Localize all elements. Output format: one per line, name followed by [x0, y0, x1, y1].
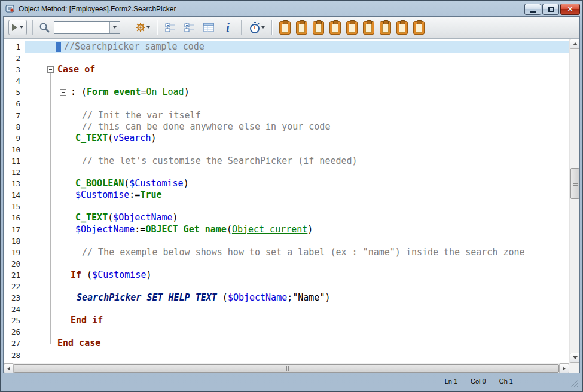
line-number: 26: [4, 326, 25, 338]
status-character: Ch 1: [499, 378, 513, 385]
code-line-18[interactable]: [25, 235, 569, 247]
magnifier-icon: [38, 22, 50, 33]
fold-toggle-icon[interactable]: [47, 66, 54, 73]
code-line-22[interactable]: [25, 281, 569, 292]
clipboard-icon: [380, 21, 391, 35]
clipboard-2-button[interactable]: [295, 19, 308, 36]
app-icon: [5, 4, 15, 14]
clipboard-8-button[interactable]: [396, 19, 408, 36]
code-line-4[interactable]: [25, 75, 569, 87]
chevron-down-icon: [146, 26, 150, 29]
line-number: 27: [4, 338, 25, 349]
line-number: 17: [4, 224, 25, 235]
collapse-all-button[interactable]: [163, 19, 178, 36]
clipboard-4-button[interactable]: [329, 19, 341, 36]
clipboard-3-button[interactable]: [312, 19, 325, 36]
code-line-24[interactable]: [25, 304, 569, 315]
fold-toggle-icon[interactable]: [60, 272, 66, 278]
selection-block: [56, 42, 61, 52]
line-number: 23: [4, 292, 25, 304]
code-line-17[interactable]: $ObjectName:=OBJECT Get name(Object curr…: [25, 224, 569, 235]
close-button[interactable]: ✕: [560, 4, 580, 15]
code-line-19[interactable]: // The exemple below shows how to set a …: [25, 247, 569, 258]
code-line-28[interactable]: [25, 350, 569, 361]
line-number: 21: [4, 270, 25, 281]
line-number: 2: [4, 53, 25, 64]
code-line-15[interactable]: [25, 201, 569, 212]
search-dropdown-button[interactable]: [109, 22, 120, 33]
scroll-down-button[interactable]: [570, 353, 579, 363]
horizontal-scrollbar[interactable]: [4, 363, 569, 373]
line-number: 13: [4, 178, 25, 189]
collapse-blocks-icon: [164, 22, 176, 33]
code-line-14[interactable]: $Customise:=True: [25, 189, 569, 201]
expand-blocks-icon: [184, 22, 196, 33]
line-number: 6: [4, 98, 25, 109]
line-number: 3: [4, 64, 25, 75]
clipboard-icon: [279, 21, 291, 35]
line-number-gutter: 1234567891011121314151617181920212223242…: [4, 39, 25, 363]
vertical-scrollbar[interactable]: [569, 39, 579, 363]
code-line-7[interactable]: // Init the var itself: [25, 110, 569, 121]
horizontal-scroll-thumb[interactable]: [14, 364, 559, 373]
toolbar: i: [4, 17, 579, 39]
code-line-27[interactable]: End case: [25, 338, 569, 349]
clipboard-icon: [346, 21, 358, 35]
method-info-button[interactable]: i: [220, 19, 236, 36]
method-options-button[interactable]: [133, 19, 151, 36]
line-number: 8: [4, 121, 25, 133]
client-area: i 123456789101112131415161718192021: [3, 16, 580, 373]
code-content[interactable]: //Searchpicker sample codeCase of: (Form…: [25, 39, 569, 363]
maximize-icon: [548, 7, 554, 12]
vertical-scroll-thumb[interactable]: [570, 168, 579, 199]
code-line-16[interactable]: C_TEXT($ObjectName): [25, 212, 569, 223]
scroll-right-button[interactable]: [559, 363, 569, 373]
line-number: 25: [4, 315, 25, 326]
minimize-icon: [530, 11, 536, 13]
clipboard-icon: [329, 21, 341, 35]
search-input[interactable]: [54, 22, 109, 33]
clipboard-5-button[interactable]: [346, 19, 358, 36]
chevron-down-icon: [261, 26, 265, 29]
line-number: 5: [4, 87, 25, 98]
scroll-left-button[interactable]: [4, 363, 14, 373]
code-line-25[interactable]: End if: [25, 315, 569, 326]
code-line-12[interactable]: [25, 167, 569, 178]
code-line-26[interactable]: [25, 326, 569, 338]
code-line-2[interactable]: [25, 53, 569, 64]
code-line-8[interactable]: // this can be done anywhere else in you…: [25, 121, 569, 133]
clipboard-1-button[interactable]: [279, 19, 291, 36]
minimize-button[interactable]: [524, 4, 541, 15]
line-number: 1: [4, 41, 25, 53]
clipboard-6-button[interactable]: [362, 19, 375, 36]
expand-all-button[interactable]: [182, 19, 197, 36]
clipboard-icon: [296, 21, 307, 35]
code-line-13[interactable]: C_BOOLEAN($Customise): [25, 178, 569, 189]
window-title: Object Method: [Employees].Form2.SearchP…: [19, 5, 176, 13]
method-listing-button[interactable]: [201, 19, 216, 36]
code-line-10[interactable]: [25, 144, 569, 155]
clipboard-buttons: [279, 19, 425, 36]
code-line-20[interactable]: [25, 258, 569, 270]
code-line-9[interactable]: C_TEXT(vSearch): [25, 133, 569, 144]
scroll-up-button[interactable]: [570, 39, 579, 49]
line-number: 28: [4, 350, 25, 361]
maximize-button[interactable]: [542, 4, 559, 15]
line-number: 20: [4, 258, 25, 270]
statusbar: Ln 1 Col 0 Ch 1: [3, 373, 580, 389]
clipboard-icon: [396, 21, 408, 35]
code-line-21[interactable]: If ($Customise): [25, 270, 569, 281]
code-line-23[interactable]: SearchPicker SET HELP TEXT ($ObjectName;…: [25, 292, 569, 304]
clipboard-icon: [313, 21, 324, 35]
code-line-11[interactable]: // the let's customise the SearchPicker …: [25, 155, 569, 167]
clipboard-7-button[interactable]: [379, 19, 392, 36]
clipboard-9-button[interactable]: [413, 19, 425, 36]
execute-method-button[interactable]: [8, 20, 27, 35]
code-line-3[interactable]: Case of: [25, 64, 569, 75]
fold-toggle-icon[interactable]: [60, 89, 66, 96]
code-line-1[interactable]: //Searchpicker sample code: [25, 41, 569, 53]
timer-button[interactable]: [247, 19, 266, 36]
code-line-6[interactable]: [25, 98, 569, 109]
code-line-5[interactable]: : (Form event=On Load): [25, 87, 569, 98]
up-arrow-icon: [573, 42, 578, 45]
